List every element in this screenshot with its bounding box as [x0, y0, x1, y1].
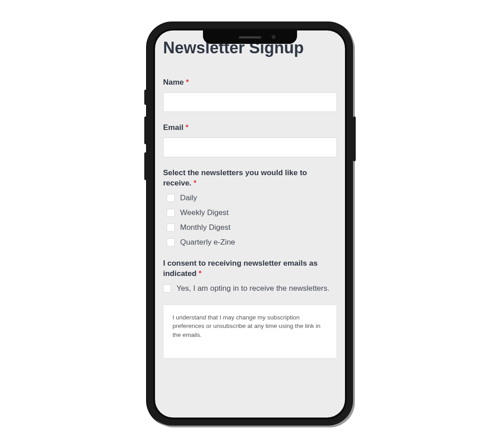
- checkbox-icon[interactable]: [163, 284, 171, 293]
- required-mark: *: [194, 179, 197, 187]
- checkbox-icon[interactable]: [167, 224, 175, 232]
- consent-option-label: Yes, I am opting in to receive the newsl…: [177, 284, 329, 294]
- newsletter-option-label: Weekly Digest: [180, 208, 228, 218]
- name-field-group: Name *: [163, 78, 337, 112]
- phone-side-button: [144, 152, 147, 180]
- checkbox-icon[interactable]: [167, 194, 175, 202]
- phone-notch: [203, 30, 297, 44]
- consent-label-text: I consent to receiving newsletter emails…: [163, 259, 318, 278]
- speaker-icon: [239, 36, 261, 39]
- newsletter-option-label: Daily: [180, 193, 197, 203]
- name-label: Name *: [163, 78, 337, 88]
- name-input[interactable]: [163, 92, 337, 112]
- newsletters-field-group: Select the newsletters you would like to…: [163, 168, 337, 248]
- form-content: Newsletter Signup Name * Email *: [155, 30, 345, 418]
- email-input[interactable]: [163, 138, 337, 157]
- required-mark: *: [186, 78, 189, 86]
- disclaimer-text: I understand that I may change my subscr…: [172, 314, 320, 338]
- phone-screen: Newsletter Signup Name * Email *: [155, 30, 345, 418]
- newsletter-option-weekly[interactable]: Weekly Digest: [167, 208, 337, 218]
- email-label: Email *: [163, 123, 337, 133]
- phone-frame: Newsletter Signup Name * Email *: [147, 22, 353, 426]
- newsletter-option-daily[interactable]: Daily: [167, 193, 337, 203]
- checkbox-icon[interactable]: [167, 238, 175, 246]
- required-mark: *: [185, 123, 189, 132]
- consent-label: I consent to receiving newsletter emails…: [163, 258, 337, 279]
- newsletter-option-quarterly[interactable]: Quarterly e-Zine: [167, 237, 337, 248]
- phone-side-button: [144, 90, 147, 105]
- phone-side-button: [353, 116, 356, 161]
- name-label-text: Name: [163, 78, 184, 86]
- email-label-text: Email: [163, 123, 183, 132]
- camera-icon: [272, 35, 276, 39]
- newsletter-option-label: Monthly Digest: [180, 223, 230, 233]
- newsletter-option-monthly[interactable]: Monthly Digest: [167, 223, 337, 233]
- newsletters-label-text: Select the newsletters you would like to…: [163, 168, 307, 187]
- required-mark: *: [198, 269, 202, 278]
- newsletter-option-label: Quarterly e-Zine: [180, 237, 235, 248]
- consent-field-group: I consent to receiving newsletter emails…: [163, 258, 337, 294]
- phone-bezel: Newsletter Signup Name * Email *: [153, 29, 347, 419]
- disclaimer-box: I understand that I may change my subscr…: [163, 305, 337, 358]
- phone-side-button: [144, 116, 147, 144]
- email-field-group: Email *: [163, 123, 337, 157]
- newsletters-label: Select the newsletters you would like to…: [163, 168, 337, 189]
- checkbox-icon[interactable]: [167, 209, 175, 217]
- consent-option[interactable]: Yes, I am opting in to receive the newsl…: [163, 284, 337, 294]
